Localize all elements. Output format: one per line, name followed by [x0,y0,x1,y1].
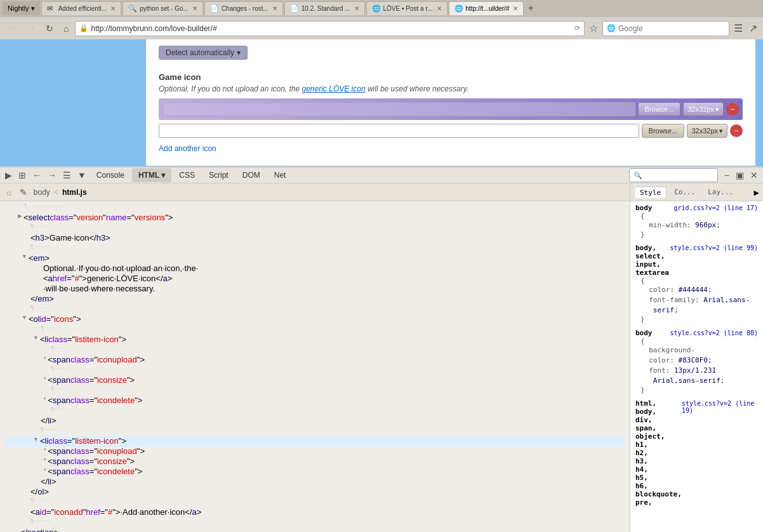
url-input[interactable] [91,24,572,33]
address-bar: 🔒 ⟳ [75,21,585,36]
forward-button[interactable]: → [23,22,39,35]
style-tab-layout[interactable]: Lay... [703,187,738,197]
style-selector: body [635,204,653,212]
style-tab-computed[interactable]: Co... [669,187,700,197]
file-upload-input-1[interactable] [163,102,635,116]
html-line[interactable]: </li> [5,416,625,426]
style-rule-body-bg: body style.css?v=2 (line 80) { backgroun… [635,329,758,394]
nightly-menu-button[interactable]: Nightly ▾ [3,1,40,15]
breadcrumb-edit-button[interactable]: ✎ [17,185,30,200]
refresh-icon[interactable]: ⟳ [574,24,580,32]
html-line[interactable]: ▼ <li class="listitem-icon" > [5,335,625,345]
nav-extra-button[interactable]: ☰ [732,22,745,34]
tab-gmail[interactable]: ✉ Added efficientl... ✕ [41,1,122,15]
devtools-css-tab[interactable]: CSS [173,168,201,182]
browse-button-2[interactable]: Browse... [642,124,685,138]
html-line[interactable]: </section> [5,528,625,532]
style-tab-style[interactable]: Style [634,187,667,198]
html-line[interactable]: ▼ <ol id="icons" > [5,314,625,324]
html-source-panel[interactable]: ¶····················· ▶ <select class="… [0,201,630,532]
html-line[interactable]: + <span class="iconsize" > [5,456,625,467]
html-line[interactable]: ▼ <li class="listitem-icon" > [5,436,625,446]
devtools-filter-button[interactable]: ▼ [75,168,89,183]
tab-close-python[interactable]: ✕ [192,5,197,12]
bookmark-star-button[interactable]: ☆ [587,22,600,34]
expand-icon[interactable]: + [43,456,46,463]
devtools-inspect-button[interactable]: ▶ [3,168,15,183]
devtools-list-button[interactable]: ☰ [60,168,74,183]
devtools-html-tab[interactable]: HTML ▾ [132,168,171,182]
html-line[interactable]: </ol> [5,487,625,497]
tab-standard[interactable]: 📄 10.2. Standard ... ✕ [284,1,365,15]
style-source-link-4[interactable]: style.css?v=2 (line 19) [682,400,758,414]
tab-close-changes[interactable]: ✕ [272,5,277,12]
devtools-console-tab[interactable]: Console [90,168,131,182]
html-line[interactable]: <h3> Game·icon </h3> [5,233,625,243]
browse-button-1[interactable]: Browse... [638,102,681,116]
style-source-link-3[interactable]: style.css?v=2 (line 80) [670,329,758,336]
devtools-search-input[interactable] [634,171,713,179]
style-source-link-2[interactable]: style.css?v=2 (line 99) [670,244,758,251]
html-line[interactable]: </em> [5,294,625,304]
html-line[interactable]: + <span class="iconsize" > [5,375,625,385]
reload-button[interactable]: ↻ [42,22,57,35]
devtools-net-tab[interactable]: Net [268,168,293,182]
nightly-dropdown-icon: ▾ [31,4,35,13]
delete-icon-1[interactable]: − [726,103,739,116]
html-line[interactable]: + <span class="iconupload" > [5,446,625,456]
devtools-minimize-button[interactable]: − [722,168,732,183]
html-line[interactable]: <a id="iconadd" href="#" >·Add·another·i… [5,507,625,517]
expand-icon[interactable]: ▼ [22,253,27,260]
add-another-icon-link[interactable]: Add another icon [159,144,216,153]
expand-icon[interactable]: + [43,446,46,453]
devtools-back-button[interactable]: ← [30,168,44,183]
html-line[interactable]: + <span class="icondelete" > [5,396,625,406]
tab-love[interactable]: 🌐 LÖVE • Post a r... ✕ [366,1,448,15]
style-source-link-1[interactable]: grid.css?v=2 (line 17) [674,204,758,211]
detect-automatically-button[interactable]: Detect automatically ▾ [159,46,248,60]
tab-add-button[interactable]: + [525,3,536,14]
devtools-script-tab[interactable]: Script [202,168,235,182]
html-line[interactable]: + <span class="iconupload" > [5,355,625,365]
expand-icon[interactable]: ▼ [22,314,27,321]
html-line[interactable]: ▶ <select class="version" name="versions… [5,213,625,223]
breadcrumb-body[interactable]: body [34,188,50,197]
devtools-dom-tab[interactable]: DOM [236,168,267,182]
tab-python[interactable]: 🔍 python set - Go... ✕ [123,1,203,15]
html-line[interactable]: </li> [5,477,625,487]
expand-icon[interactable]: + [43,375,46,382]
generic-love-icon-link[interactable]: generic LÖVE icon [302,84,366,93]
size-select-1[interactable]: 32x32px ▾ [683,102,724,116]
back-button[interactable]: ← [4,22,20,35]
expand-icon[interactable]: + [43,467,46,473]
expand-icon[interactable]: + [43,396,46,402]
expand-icon[interactable]: ▼ [33,335,39,341]
devtools-layout-button[interactable]: ⊞ [16,168,29,183]
search-input[interactable] [618,24,725,33]
tab-close-gmail[interactable]: ✕ [110,5,116,12]
style-selector: html,body,div,span,object,h1,h2,h3,h4,h5… [635,399,682,507]
expand-icon[interactable]: ▼ [33,436,39,442]
devtools-restore-button[interactable]: ▣ [733,168,746,183]
expand-icon[interactable]: ▶ [18,213,22,219]
delete-icon-2[interactable]: − [730,124,743,137]
html-line[interactable]: + <span class="icondelete" > [5,467,625,477]
devtools-forward-button[interactable]: → [45,168,59,183]
style-selector: body,select,input,textarea [635,244,669,277]
size-select-2[interactable]: 32x32px ▾ [687,124,727,138]
tab-close-standard[interactable]: ✕ [354,5,359,12]
file-upload-input-2[interactable] [159,124,639,138]
search-favicon: 🌐 [607,24,616,32]
style-panel-expand-button[interactable]: ▶ [754,187,759,197]
tab-close-love[interactable]: ✕ [437,5,442,12]
expand-icon[interactable]: + [43,355,46,361]
tab-builder[interactable]: 🌐 http://t...uilder/# ✕ [449,1,524,15]
tab-changes[interactable]: 📄 Changes - rost... ✕ [204,1,283,15]
breadcrumb-htmljs[interactable]: html.js [62,188,87,197]
html-line: ¶··········· [5,304,625,314]
devtools-close-button[interactable]: ✕ [748,168,760,183]
home-button[interactable]: ⌂ [60,22,72,35]
tab-close-builder[interactable]: ✕ [513,5,518,12]
html-line[interactable]: ▼ <em> [5,253,625,263]
window-resize-button[interactable]: ↗ [747,22,759,34]
